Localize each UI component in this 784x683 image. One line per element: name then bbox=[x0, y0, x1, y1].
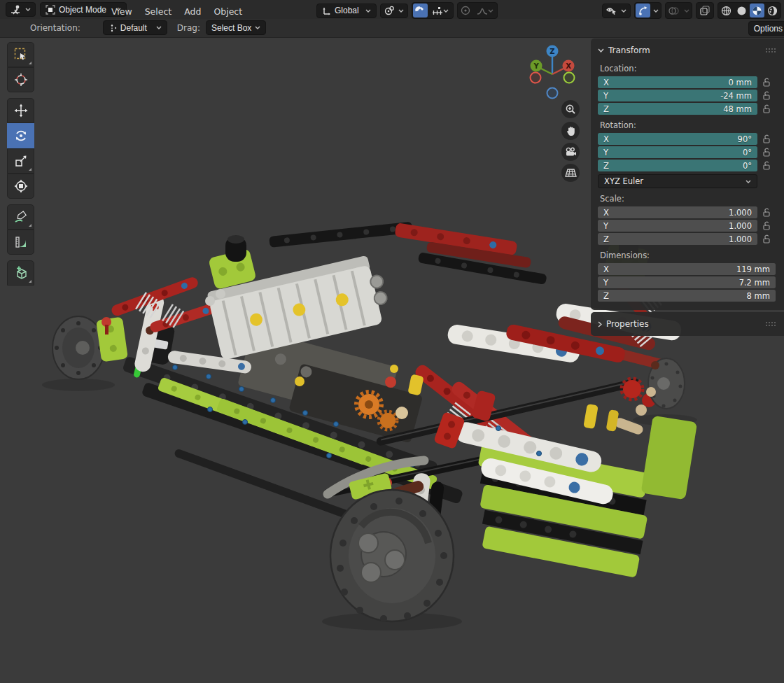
orientation-field-label: Orientation: bbox=[30, 23, 80, 33]
axis-value: 48 mm bbox=[723, 104, 752, 114]
navigation-gizmo[interactable]: Z Y X bbox=[523, 42, 583, 102]
tool-select-box[interactable] bbox=[7, 42, 34, 67]
gizmo-icon bbox=[638, 6, 648, 15]
location-y-lock[interactable] bbox=[757, 91, 776, 100]
chevron-down-icon bbox=[25, 8, 31, 11]
show-gizmo-toggle[interactable] bbox=[636, 3, 650, 17]
measure-icon bbox=[14, 235, 28, 249]
chevron-down-icon bbox=[365, 9, 371, 13]
location-y-field[interactable]: Y -24 mm bbox=[598, 90, 757, 101]
menu-add[interactable]: Add bbox=[178, 2, 207, 21]
shading-rendered-button[interactable] bbox=[765, 3, 780, 17]
axis-label: Y bbox=[603, 91, 624, 101]
tool-add-cube[interactable] bbox=[7, 260, 34, 286]
tool-move[interactable] bbox=[7, 98, 34, 123]
object-type-visibility-dropdown[interactable] bbox=[602, 3, 631, 18]
tool-scale[interactable] bbox=[7, 148, 34, 174]
tool-cursor[interactable] bbox=[7, 67, 34, 92]
snap-group bbox=[412, 2, 454, 19]
menu-select[interactable]: Select bbox=[139, 2, 178, 21]
options-button[interactable]: Options bbox=[748, 21, 784, 36]
panel-drag-grip[interactable] bbox=[766, 48, 776, 52]
toolbar bbox=[7, 42, 34, 286]
pan-hand-icon bbox=[566, 125, 576, 136]
unlock-icon bbox=[762, 161, 771, 170]
pan-button[interactable] bbox=[561, 122, 580, 140]
rotation-z-field[interactable]: Z 0° bbox=[598, 160, 757, 171]
gizmo-settings-dropdown[interactable] bbox=[651, 3, 660, 17]
tool-annotate[interactable] bbox=[7, 204, 34, 230]
tool-rotate[interactable] bbox=[7, 123, 34, 148]
axis-value: 0 mm bbox=[729, 78, 752, 87]
gizmos-group bbox=[634, 2, 662, 19]
rotation-section-label: Rotation: bbox=[600, 120, 776, 130]
camera-view-button[interactable] bbox=[561, 143, 580, 161]
overlays-group bbox=[665, 2, 692, 19]
shading-wireframe-button[interactable] bbox=[719, 3, 734, 17]
scale-x-field[interactable]: X 1.000 bbox=[598, 206, 757, 218]
rotation-x-field[interactable]: X 90° bbox=[598, 133, 757, 145]
location-z-lock[interactable] bbox=[757, 104, 776, 113]
location-x-lock[interactable] bbox=[757, 78, 776, 87]
snap-toggle[interactable] bbox=[413, 3, 428, 17]
properties-panel-header[interactable]: Properties bbox=[598, 316, 776, 332]
rotation-mode-dropdown[interactable]: XYZ Euler bbox=[598, 174, 757, 188]
location-x-field[interactable]: X 0 mm bbox=[598, 76, 757, 88]
xray-icon bbox=[700, 6, 710, 15]
editor-type-dropdown[interactable] bbox=[6, 2, 36, 17]
drag-value-dropdown[interactable]: Select Box bbox=[206, 20, 266, 35]
transform-orientation-dropdown[interactable]: Global bbox=[316, 3, 377, 18]
chevron-down-icon bbox=[653, 9, 659, 13]
rotation-y-lock[interactable] bbox=[757, 148, 776, 157]
unlock-icon bbox=[762, 104, 771, 113]
properties-panel: Properties bbox=[591, 312, 784, 336]
pivot-point-dropdown[interactable] bbox=[380, 3, 408, 18]
snap-target-dropdown[interactable] bbox=[428, 3, 452, 17]
transform-panel-header[interactable]: Transform bbox=[598, 43, 776, 58]
sidebar-n-panel: Transform Location: X 0 mm Y bbox=[591, 38, 784, 336]
scale-z-lock[interactable] bbox=[757, 234, 776, 244]
proportional-falloff-dropdown[interactable] bbox=[474, 3, 496, 17]
gizmo-y-label: Y bbox=[533, 62, 539, 70]
chevron-down-icon bbox=[156, 26, 162, 29]
scale-y-lock[interactable] bbox=[757, 221, 776, 230]
orientation-value-dropdown[interactable]: Default bbox=[103, 20, 167, 35]
overlays-icon bbox=[668, 6, 679, 15]
scale-y-field[interactable]: Y 1.000 bbox=[598, 220, 757, 232]
menu-view[interactable]: View bbox=[105, 2, 139, 21]
scale-z-field[interactable]: Z 1.000 bbox=[598, 233, 757, 245]
xray-toggle[interactable] bbox=[696, 2, 714, 19]
menu-object[interactable]: Object bbox=[207, 2, 248, 21]
tool-transform[interactable] bbox=[7, 174, 34, 199]
rotation-z-lock[interactable] bbox=[757, 161, 776, 170]
location-section-label: Location: bbox=[600, 64, 776, 73]
panel-drag-grip[interactable] bbox=[766, 322, 776, 326]
axis-value: 0° bbox=[743, 148, 752, 157]
axis-value: 1.000 bbox=[729, 234, 752, 244]
dimensions-y-field[interactable]: Y 7.2 mm bbox=[598, 276, 776, 288]
shading-material-preview-button[interactable] bbox=[750, 3, 764, 17]
drag-value: Select Box bbox=[211, 23, 251, 33]
tool-measure[interactable] bbox=[7, 230, 34, 255]
location-z-field[interactable]: Z 48 mm bbox=[598, 103, 757, 115]
chevron-down-icon bbox=[621, 9, 626, 13]
dimensions-x-field[interactable]: X 119 mm bbox=[598, 263, 776, 275]
axis-value: 7.2 mm bbox=[739, 278, 770, 288]
scale-x-lock[interactable] bbox=[757, 208, 776, 217]
shading-solid-button[interactable] bbox=[734, 3, 749, 17]
toggle-ortho-button[interactable] bbox=[561, 164, 580, 182]
rotation-x-lock[interactable] bbox=[757, 134, 776, 143]
rotation-y-field[interactable]: Y 0° bbox=[598, 146, 757, 158]
zoom-button[interactable] bbox=[561, 100, 580, 118]
axis-label: X bbox=[603, 78, 624, 87]
dimensions-z-field[interactable]: Z 8 mm bbox=[598, 290, 776, 302]
shading-wireframe-icon bbox=[721, 6, 732, 16]
axis-label: X bbox=[603, 265, 624, 274]
toggle-ortho-grid-icon bbox=[565, 168, 577, 178]
axis-label: Y bbox=[603, 148, 624, 157]
proportional-edit-toggle[interactable] bbox=[458, 3, 473, 17]
axis-label: Z bbox=[603, 291, 624, 301]
rotate-icon bbox=[14, 129, 28, 143]
overlays-settings-dropdown[interactable] bbox=[682, 3, 691, 17]
show-overlays-toggle[interactable] bbox=[666, 3, 681, 17]
